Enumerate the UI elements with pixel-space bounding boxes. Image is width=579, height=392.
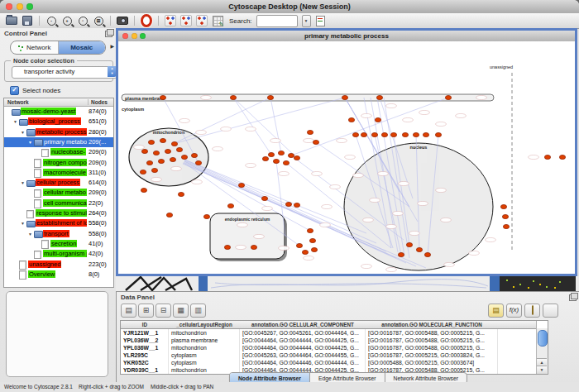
network-node[interactable]	[283, 160, 289, 165]
network-node[interactable]	[559, 155, 565, 159]
tree-row[interactable]: ▼establishment of lo558(0)	[4, 218, 113, 228]
table-cell[interactable]: mitochondrion	[169, 366, 240, 374]
network-node[interactable]	[348, 117, 354, 122]
table-row[interactable]: YPL036W__2plasma membrane[GO:0044464, GO…	[121, 337, 536, 344]
tree-row[interactable]: cell communicat22(0)	[4, 198, 113, 208]
table-cell[interactable]: plasma membrane	[169, 337, 240, 344]
table-cell[interactable]: [GO:0016787, GO:0005215, GO:0003824, G..…	[366, 351, 498, 359]
table-cell[interactable]: [GO:0045263, GO:0044464, GO:0044455, G..…	[240, 351, 366, 359]
network-node[interactable]	[262, 156, 268, 160]
network-node[interactable]	[288, 153, 294, 157]
table-cell[interactable]: [GO:0045267, GO:0045261, GO:0044464, G..…	[240, 329, 366, 337]
tree-row[interactable]: ▼metabolic process280(0)	[4, 127, 113, 137]
scrollbar-thumb[interactable]	[538, 330, 548, 347]
tab-mosaic[interactable]: Mosaic	[59, 41, 106, 54]
create-attribute-button[interactable]: ⊞	[138, 304, 154, 318]
network-node[interactable]	[503, 224, 509, 228]
zoom-view-button[interactable]	[140, 33, 146, 39]
network-node[interactable]	[195, 160, 201, 165]
tree-row[interactable]: nucleobase-209(0)	[4, 147, 113, 157]
network-node[interactable]	[311, 247, 317, 251]
network-node[interactable]	[398, 252, 404, 256]
help-button[interactable]	[141, 15, 152, 26]
network-node[interactable]	[406, 242, 412, 246]
table-cell[interactable]: cytoplasm	[169, 351, 240, 359]
function-builder-button[interactable]: f(x)	[506, 304, 522, 318]
expand-arrow-icon[interactable]: ▼	[13, 119, 17, 124]
column-header[interactable]: annotation.GO MOLECULAR_FUNCTION	[366, 321, 499, 329]
annotation-button[interactable]	[315, 15, 327, 26]
tree-row[interactable]: Overview8(0)	[4, 270, 113, 280]
network-node[interactable]	[361, 132, 366, 136]
network-node[interactable]	[278, 151, 284, 155]
select-nodes-checkbox[interactable]: ✓	[10, 86, 19, 95]
table-cell[interactable]: cytoplasm	[169, 359, 240, 366]
network-node[interactable]	[307, 228, 313, 232]
network-node[interactable]	[267, 95, 273, 99]
table-cell[interactable]: YKR052C	[121, 359, 169, 366]
network-node[interactable]	[273, 159, 279, 163]
tree-row[interactable]: macromolecule311(0)	[4, 168, 113, 178]
network-node[interactable]	[171, 141, 177, 146]
network-node[interactable]	[342, 95, 347, 99]
zoom-out-button[interactable]: -	[45, 15, 57, 26]
network-node[interactable]	[224, 245, 230, 249]
network-node[interactable]	[203, 214, 209, 218]
network-node[interactable]	[160, 138, 165, 142]
network-node[interactable]	[268, 152, 274, 156]
network-node[interactable]	[371, 132, 377, 136]
table-row[interactable]: YLR295Ccytoplasm[GO:0045263, GO:0044464,…	[121, 351, 536, 359]
float-panel-icon[interactable]	[569, 294, 577, 301]
network-node[interactable]	[165, 149, 170, 153]
float-panel-icon[interactable]	[105, 31, 112, 37]
network-node[interactable]	[307, 130, 313, 134]
network-node[interactable]	[251, 245, 256, 249]
table-cell[interactable]: YDR039C__1	[121, 366, 169, 374]
tab-overflow-button[interactable]: ▶	[110, 43, 114, 49]
network-node[interactable]	[375, 117, 380, 122]
network-node[interactable]	[227, 203, 233, 208]
table-row[interactable]: YKR052Ccytoplasm[GO:0044464, GO:0044446,…	[121, 359, 536, 366]
network-node[interactable]	[140, 170, 146, 174]
network-node[interactable]	[424, 252, 430, 256]
network-node[interactable]	[178, 192, 184, 196]
snapshot-button[interactable]	[117, 15, 128, 26]
table-cell[interactable]: YPL036W__1	[121, 344, 169, 351]
network-node[interactable]	[544, 155, 550, 159]
minimize-view-button[interactable]	[132, 33, 137, 39]
network-node[interactable]	[352, 132, 358, 136]
network-node[interactable]	[146, 160, 152, 165]
scroll-down-button[interactable]: ▼	[537, 366, 547, 374]
network-node[interactable]	[413, 132, 419, 136]
nodes-column-header[interactable]: Nodes	[88, 99, 108, 105]
edge-appearance-button[interactable]	[180, 15, 192, 26]
notepad-button[interactable]: ▤	[488, 304, 504, 318]
select-attributes-button[interactable]: ▤	[121, 304, 136, 318]
expand-arrow-icon[interactable]: ▼	[28, 140, 32, 145]
network-node[interactable]	[294, 203, 299, 207]
node-color-dropdown[interactable]: transporter activity ▲▼	[12, 66, 117, 79]
table-cell[interactable]: mitochondrion	[169, 329, 240, 337]
expand-arrow-icon[interactable]: ▼	[21, 221, 25, 226]
tree-row[interactable]: unassigned223(0)	[4, 260, 113, 270]
table-cell[interactable]: YPL036W__2	[121, 337, 169, 344]
table-row[interactable]: YJR121W__1mitochondrion[GO:0045267, GO:0…	[121, 329, 536, 337]
search-input[interactable]	[256, 15, 298, 27]
network-node[interactable]	[416, 247, 422, 251]
import-attributes-button[interactable]	[524, 304, 540, 318]
open-session-button[interactable]	[6, 15, 17, 26]
table-cell[interactable]: [GO:0016787, GO:0005488, GO:0005215, G..…	[366, 344, 498, 351]
search-dropdown-button[interactable]: ▼	[302, 15, 311, 27]
table-cell[interactable]: YJR121W__1	[121, 329, 169, 337]
network-node[interactable]	[313, 140, 318, 144]
tree-row[interactable]: ▼transport558(0)	[4, 229, 113, 239]
network-node[interactable]	[160, 95, 165, 99]
tree-row[interactable]: ▼cellular process614(0)	[4, 178, 113, 188]
expand-arrow-icon[interactable]: ▼	[21, 180, 25, 185]
network-node[interactable]	[402, 132, 408, 136]
tree-row[interactable]: nitrogen compo209(0)	[4, 158, 113, 168]
node-appearance-button[interactable]	[165, 15, 176, 26]
zoom-in-button[interactable]: +	[61, 15, 73, 26]
network-node[interactable]	[151, 168, 157, 172]
tab-network[interactable]: Network	[11, 41, 59, 54]
